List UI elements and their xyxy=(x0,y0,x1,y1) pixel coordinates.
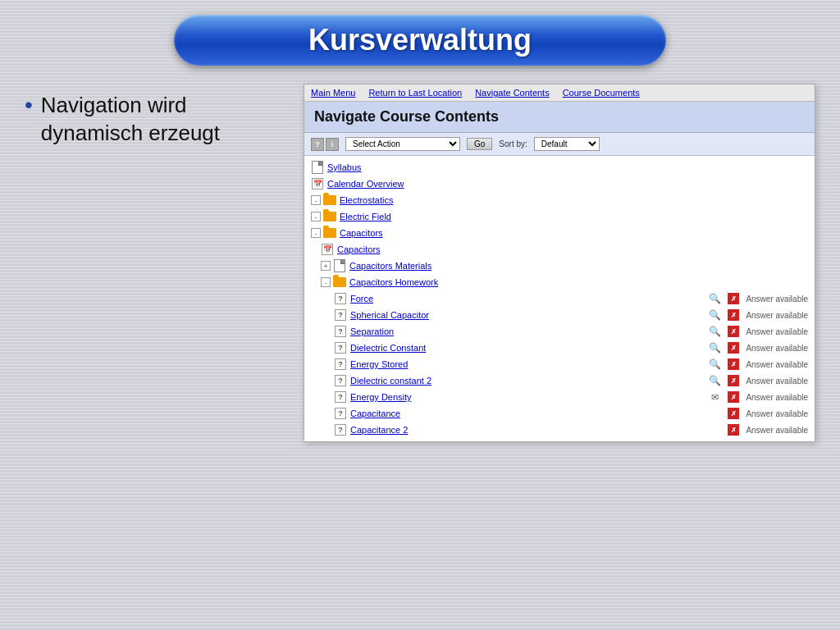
search-icon: 🔍 xyxy=(708,325,721,338)
list-item: ? Capacitance 2 ✗ Answer available xyxy=(304,422,815,438)
bullet-item: • Navigation wird dynamisch erzeugt xyxy=(25,92,287,148)
expand-icon[interactable]: + xyxy=(321,261,331,271)
syllabus-link[interactable]: Syllabus xyxy=(327,162,362,172)
help-btn-1[interactable]: ? xyxy=(311,138,324,151)
answer-flag-icon: ✗ xyxy=(728,293,739,304)
nav-course-documents[interactable]: Course Documents xyxy=(563,88,640,98)
list-item: - Capacitors Homework xyxy=(304,274,815,290)
answer-row: ? Capacitance ✗ Answer available xyxy=(334,407,808,420)
answer-icons: ✗ Answer available xyxy=(708,424,808,436)
spherical-cap-link[interactable]: Spherical Capacitor xyxy=(350,310,708,320)
answer-icons: 🔍 ✗ Answer available xyxy=(708,325,808,338)
right-panel: Main Menu Return to Last Location Naviga… xyxy=(304,84,815,442)
answer-icons: 🔍 ✗ Answer available xyxy=(708,308,808,322)
answer-flag-icon: ✗ xyxy=(728,342,739,354)
electric-field-link[interactable]: Electric Field xyxy=(340,212,391,221)
energy-stored-link[interactable]: Energy Stored xyxy=(350,359,708,369)
title-pill: Kursverwaltung xyxy=(174,15,666,66)
question-icon: ? xyxy=(334,308,347,322)
nav-return-last[interactable]: Return to Last Location xyxy=(368,88,462,98)
answer-row: ? Dielectric constant 2 🔍 ✗ Answer avail… xyxy=(334,374,808,387)
expand-icon[interactable]: - xyxy=(311,212,321,221)
capacitors-link[interactable]: Capacitors xyxy=(340,228,383,238)
cal-icon: 📅 xyxy=(311,177,324,190)
separation-link[interactable]: Separation xyxy=(350,326,708,336)
question-icon: ? xyxy=(334,423,347,436)
answer-available-label: Answer available xyxy=(746,393,808,402)
page-icon xyxy=(333,259,346,272)
list-item: Syllabus xyxy=(304,159,815,176)
dielectric-const2-link[interactable]: Dielectric constant 2 xyxy=(350,376,708,386)
list-item: ? Dielectric constant 2 🔍 ✗ Answer avail… xyxy=(304,372,815,389)
sort-label: Sort by: xyxy=(499,139,527,148)
list-item: 📅 Calendar Overview xyxy=(304,176,815,192)
list-item: ? Force 🔍 ✗ Answer available xyxy=(304,290,815,307)
capacitors-materials-link[interactable]: Capacitors Materials xyxy=(349,261,431,271)
answer-icons: 🔍 ✗ Answer available xyxy=(708,374,808,387)
answer-flag-icon: ✗ xyxy=(728,375,739,386)
content-list: Syllabus 📅 Calendar Overview - Electrost… xyxy=(304,156,815,441)
capacitance-link[interactable]: Capacitance xyxy=(350,409,708,418)
answer-icons: ✗ Answer available xyxy=(708,408,808,419)
expand-icon[interactable]: - xyxy=(321,277,331,287)
answer-available-label: Answer available xyxy=(746,377,808,386)
expand-icon[interactable]: - xyxy=(311,228,321,238)
list-item: ? Energy Density ✉ ✗ Answer available xyxy=(304,389,815,405)
question-icon: ? xyxy=(334,358,347,371)
energy-density-link[interactable]: Energy Density xyxy=(350,392,708,402)
nav-navigate-contents[interactable]: Navigate Contents xyxy=(475,88,550,98)
left-panel: • Navigation wird dynamisch erzeugt xyxy=(25,84,287,148)
list-item: ? Capacitance ✗ Answer available xyxy=(304,405,815,422)
page-icon xyxy=(311,161,324,174)
question-icon: ? xyxy=(334,390,347,404)
answer-row: ? Separation 🔍 ✗ Answer available xyxy=(334,325,808,338)
help-btn-2[interactable]: i xyxy=(326,138,339,151)
folder-icon xyxy=(323,226,336,240)
folder-icon xyxy=(323,194,336,207)
question-icon: ? xyxy=(334,292,347,305)
search-icon: 🔍 xyxy=(708,374,721,387)
answer-flag-icon: ✗ xyxy=(728,326,739,337)
answer-available-label: Answer available xyxy=(746,327,808,336)
answer-flag-icon: ✗ xyxy=(728,309,739,321)
toolbar: ? i Select Action Go Sort by: Default xyxy=(304,133,815,156)
answer-row: ? Energy Stored 🔍 ✗ Answer available xyxy=(334,358,808,371)
select-action-dropdown[interactable]: Select Action xyxy=(345,137,460,151)
sort-select[interactable]: Default xyxy=(534,137,600,151)
answer-row: ? Energy Density ✉ ✗ Answer available xyxy=(334,390,808,404)
answer-icons: 🔍 ✗ Answer available xyxy=(708,292,808,305)
answer-icons: 🔍 ✗ Answer available xyxy=(708,358,808,371)
folder-icon xyxy=(333,276,346,289)
list-item: 📅 Capacitors xyxy=(304,241,815,258)
capacitance2-link[interactable]: Capacitance 2 xyxy=(350,425,708,435)
nav-bar: Main Menu Return to Last Location Naviga… xyxy=(304,84,815,102)
list-item: ? Energy Stored 🔍 ✗ Answer available xyxy=(304,356,815,372)
list-item: - Capacitors xyxy=(304,225,815,241)
go-button[interactable]: Go xyxy=(467,138,492,150)
dielectric-const-link[interactable]: Dielectric Constant xyxy=(350,343,708,353)
search-icon: 🔍 xyxy=(708,341,721,354)
search-icon: 🔍 xyxy=(708,292,721,305)
answer-available-label: Answer available xyxy=(746,360,808,369)
answer-row: ? Dielectric Constant 🔍 ✗ Answer availab… xyxy=(334,341,808,354)
list-item: - Electric Field xyxy=(304,208,815,225)
answer-icons: ✉ ✗ Answer available xyxy=(708,390,808,404)
answer-available-label: Answer available xyxy=(746,294,808,304)
nav-main-menu[interactable]: Main Menu xyxy=(311,88,355,98)
answer-flag-icon: ✗ xyxy=(728,424,739,436)
electrostatics-link[interactable]: Electrostatics xyxy=(340,195,393,205)
question-icon: ? xyxy=(334,374,347,387)
calendar-link[interactable]: Calendar Overview xyxy=(327,179,404,189)
capacitors-cal-link[interactable]: Capacitors xyxy=(337,244,381,254)
list-item: ? Dielectric Constant 🔍 ✗ Answer availab… xyxy=(304,340,815,356)
bullet-icon: • xyxy=(25,94,33,116)
answer-available-label: Answer available xyxy=(746,344,808,353)
help-buttons: ? i xyxy=(311,138,339,151)
force-link[interactable]: Force xyxy=(350,294,708,304)
answer-row: ? Spherical Capacitor 🔍 ✗ Answer availab… xyxy=(334,308,808,322)
envelope-icon: ✉ xyxy=(708,390,721,404)
expand-icon[interactable]: - xyxy=(311,195,321,205)
answer-flag-icon: ✗ xyxy=(728,408,739,419)
capacitors-homework-link[interactable]: Capacitors Homework xyxy=(349,277,438,287)
search-icon: 🔍 xyxy=(708,308,721,322)
